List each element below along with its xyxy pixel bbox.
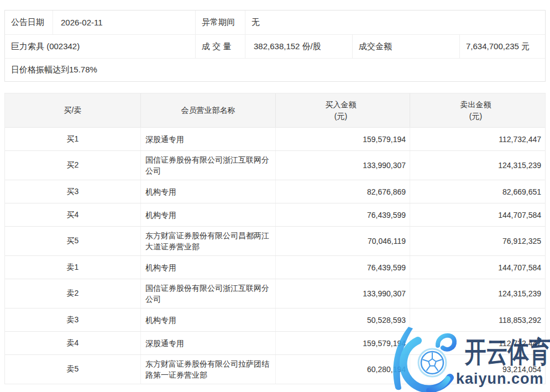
table-row: 卖4 深股通专用 159,579,194 112,732,447 bbox=[5, 331, 545, 354]
info-row-volume: 巨力索具 (002342) 成 交 量 382,638,152 份/股 成交金额… bbox=[5, 34, 545, 58]
header-buy-amount: 买入金额 (元) bbox=[275, 93, 410, 127]
header-branch: 会员营业部名称 bbox=[140, 93, 275, 127]
cell-buy-amount: 70,046,119 bbox=[275, 227, 410, 255]
cell-side: 买3 bbox=[5, 180, 140, 203]
announcement-date-label: 公告日期 bbox=[5, 11, 53, 34]
abnormal-period-value: 无 bbox=[245, 11, 545, 34]
cell-sell-amount: 144,707,584 bbox=[410, 203, 545, 226]
cell-sell-amount: 82,669,651 bbox=[410, 180, 545, 203]
cell-side: 买2 bbox=[5, 151, 140, 180]
header-buy-amount-line1: 买入金额 bbox=[326, 99, 357, 111]
cell-buy-amount: 76,439,599 bbox=[275, 256, 410, 279]
cell-sell-amount: 124,315,239 bbox=[410, 151, 545, 180]
table-row: 买4 机构专用 76,439,599 144,707,584 bbox=[5, 203, 545, 226]
info-panel: 公告日期 2026-02-11 异常期间 无 巨力索具 (002342) 成 交… bbox=[4, 10, 546, 82]
cell-side: 买4 bbox=[5, 203, 140, 226]
table-row: 卖2 国信证券股份有限公司浙江互联网分公司 133,990,307 124,31… bbox=[5, 279, 545, 308]
cell-side: 卖2 bbox=[5, 279, 140, 308]
table-row: 卖5 东方财富证券股份有限公司拉萨团结路第一证券营业部 60,280,194 9… bbox=[5, 354, 545, 384]
announcement-date-value: 2026-02-11 bbox=[53, 11, 195, 34]
table-row: 买5 东方财富证券股份有限公司昌都两江大道证券营业部 70,046,119 76… bbox=[5, 226, 545, 255]
cell-sell-amount: 144,707,584 bbox=[410, 256, 545, 279]
table-row: 卖3 机构专用 50,528,593 118,853,292 bbox=[5, 308, 545, 331]
header-buy-amount-unit: (元) bbox=[334, 111, 347, 122]
table-row: 买3 机构专用 82,676,869 82,669,651 bbox=[5, 180, 545, 203]
cell-side: 卖3 bbox=[5, 309, 140, 331]
table-row: 买1 深股通专用 159,579,194 112,732,447 bbox=[5, 127, 545, 150]
cell-side: 卖5 bbox=[5, 355, 140, 384]
info-row-dates: 公告日期 2026-02-11 异常期间 无 bbox=[5, 11, 545, 34]
cell-buy-amount: 159,579,194 bbox=[275, 332, 410, 354]
header-side: 买/卖 bbox=[5, 93, 140, 127]
cell-sell-amount: 124,315,239 bbox=[410, 279, 545, 308]
stock-name: 巨力索具 (002342) bbox=[5, 35, 195, 58]
cell-buy-amount: 60,280,194 bbox=[275, 355, 410, 384]
cell-branch: 深股通专用 bbox=[140, 128, 275, 150]
cell-buy-amount: 76,439,599 bbox=[275, 203, 410, 226]
turnover-label: 成交金额 bbox=[352, 35, 459, 58]
cell-side: 买1 bbox=[5, 128, 140, 150]
abnormal-period-label: 异常期间 bbox=[195, 11, 245, 34]
cell-buy-amount: 133,990,307 bbox=[275, 151, 410, 180]
header-sell-amount-line1: 卖出金额 bbox=[460, 99, 491, 111]
table-header-row: 买/卖 会员营业部名称 买入金额 (元) 卖出金额 (元) bbox=[5, 93, 545, 127]
cell-side: 卖4 bbox=[5, 332, 140, 354]
turnover-value: 7,634,700,235 元 bbox=[459, 35, 545, 58]
cell-buy-amount: 82,676,869 bbox=[275, 180, 410, 203]
cell-sell-amount: 118,853,292 bbox=[410, 309, 545, 331]
cell-buy-amount: 133,990,307 bbox=[275, 279, 410, 308]
cell-branch: 机构专用 bbox=[140, 256, 275, 279]
cell-sell-amount: 93,214,054 bbox=[410, 355, 545, 384]
cell-branch: 机构专用 bbox=[140, 203, 275, 226]
amplitude-note: 日价格振幅达到15.78% bbox=[5, 59, 545, 81]
cell-side: 买5 bbox=[5, 227, 140, 255]
cell-buy-amount: 50,528,593 bbox=[275, 309, 410, 331]
table-body: 买1 深股通专用 159,579,194 112,732,447 买2 国信证券… bbox=[5, 127, 545, 384]
volume-label: 成 交 量 bbox=[195, 35, 245, 58]
broker-table: 买/卖 会员营业部名称 买入金额 (元) 卖出金额 (元) 买1 深股通专用 1… bbox=[4, 93, 546, 384]
cell-branch: 东方财富证券股份有限公司昌都两江大道证券营业部 bbox=[140, 227, 275, 255]
cell-branch: 机构专用 bbox=[140, 180, 275, 203]
cell-sell-amount: 76,912,325 bbox=[410, 227, 545, 255]
header-sell-amount-unit: (元) bbox=[469, 111, 482, 122]
cell-branch: 国信证券股份有限公司浙江互联网分公司 bbox=[140, 151, 275, 180]
cell-branch: 东方财富证券股份有限公司拉萨团结路第一证券营业部 bbox=[140, 355, 275, 384]
cell-sell-amount: 112,732,447 bbox=[410, 128, 545, 150]
cell-branch: 机构专用 bbox=[140, 309, 275, 331]
cell-sell-amount: 112,732,447 bbox=[410, 332, 545, 354]
cell-side: 卖1 bbox=[5, 256, 140, 279]
table-row: 买2 国信证券股份有限公司浙江互联网分公司 133,990,307 124,31… bbox=[5, 150, 545, 180]
volume-value: 382,638,152 份/股 bbox=[245, 35, 352, 58]
header-sell-amount: 卖出金额 (元) bbox=[410, 93, 545, 127]
cell-buy-amount: 159,579,194 bbox=[275, 128, 410, 150]
cell-branch: 深股通专用 bbox=[140, 332, 275, 354]
table-row: 卖1 机构专用 76,439,599 144,707,584 bbox=[5, 255, 545, 279]
info-row-amplitude: 日价格振幅达到15.78% bbox=[5, 58, 545, 81]
page: 公告日期 2026-02-11 异常期间 无 巨力索具 (002342) 成 交… bbox=[0, 0, 550, 392]
cell-branch: 国信证券股份有限公司浙江互联网分公司 bbox=[140, 279, 275, 308]
